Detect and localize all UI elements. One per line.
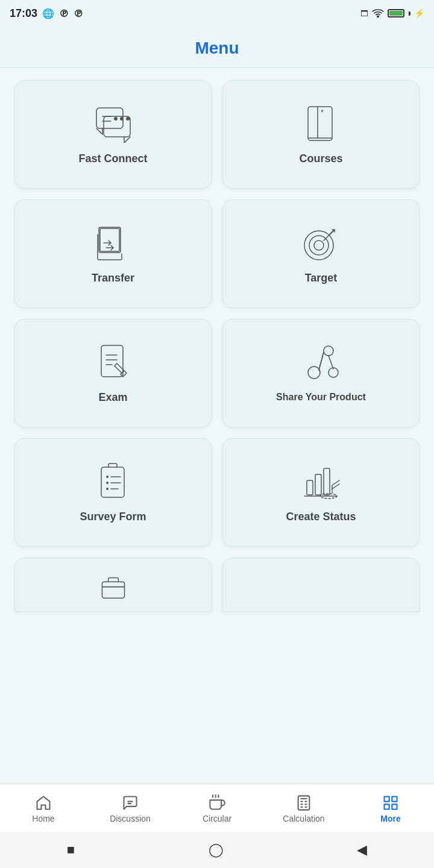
discussion-icon (122, 794, 139, 811)
svg-rect-31 (315, 474, 321, 495)
svg-rect-49 (392, 796, 397, 801)
nav-discussion-label: Discussion (110, 814, 151, 823)
menu-item-partial-left[interactable] (14, 558, 212, 612)
android-recent[interactable]: ◀ (357, 842, 367, 858)
transfer-label: Transfer (92, 272, 134, 285)
svg-point-19 (324, 346, 333, 356)
android-nav: ■ ◯ ◀ (0, 832, 434, 868)
svg-point-28 (106, 488, 108, 490)
svg-rect-23 (101, 467, 124, 497)
svg-rect-15 (101, 345, 123, 377)
nav-calculation[interactable]: Calculation (260, 794, 347, 823)
menu-item-fast-connect[interactable]: Fast Connect (14, 80, 212, 189)
nav-circular-label: Circular (203, 814, 231, 823)
share-product-icon (302, 344, 341, 382)
svg-point-0 (377, 16, 379, 17)
app-icon-3: ℗ (74, 8, 83, 19)
menu-content: Fast Connect Courses Transfer (0, 68, 434, 868)
svg-point-24 (106, 476, 108, 478)
app-icon-2: ℗ (59, 8, 69, 19)
transfer-icon (94, 224, 133, 262)
page-title-section: Menu (0, 27, 434, 68)
battery-tip (409, 11, 410, 16)
share-product-label: Share Your Product (276, 392, 366, 403)
exam-label: Exam (98, 391, 127, 404)
nav-home[interactable]: Home (0, 794, 87, 823)
svg-rect-8 (308, 107, 332, 140)
svg-rect-10 (99, 227, 121, 253)
exam-icon (94, 343, 133, 382)
circular-icon (209, 794, 225, 811)
menu-item-target[interactable]: Target (222, 200, 420, 308)
chart-icon (302, 462, 341, 501)
menu-item-exam[interactable]: Exam (14, 319, 212, 427)
target-icon (302, 224, 341, 262)
partial-left-icon (97, 573, 130, 605)
menu-item-courses[interactable]: Courses (222, 80, 420, 189)
grid-icon (382, 794, 399, 811)
menu-item-survey-form[interactable]: Survey Form (14, 438, 212, 547)
sim-icon: 🗖 (360, 9, 368, 18)
nav-home-label: Home (32, 814, 54, 823)
svg-rect-32 (324, 468, 330, 495)
svg-point-5 (114, 117, 118, 121)
svg-rect-34 (102, 582, 124, 598)
nav-more[interactable]: More (347, 794, 434, 823)
target-label: Target (305, 272, 338, 285)
courses-label: Courses (299, 153, 342, 165)
battery-icon (388, 9, 404, 17)
charging-icon: ⚡ (414, 8, 424, 18)
svg-rect-48 (385, 796, 389, 801)
nav-circular[interactable]: Circular (174, 794, 260, 823)
svg-point-26 (106, 482, 108, 484)
nav-calculation-label: Calculation (283, 814, 324, 823)
book-icon (302, 104, 341, 143)
svg-rect-40 (298, 796, 310, 810)
fast-connect-label: Fast Connect (78, 153, 147, 165)
menu-grid: Fast Connect Courses Transfer (14, 80, 420, 547)
nav-more-label: More (380, 814, 400, 823)
svg-point-7 (126, 117, 130, 121)
menu-item-partial-right[interactable] (222, 558, 420, 612)
status-bar: 17:03 🌐 ℗ ℗ 🗖 ⚡ (0, 0, 434, 27)
app-icon-1: 🌐 (42, 8, 54, 19)
svg-rect-1 (96, 108, 123, 128)
svg-rect-51 (392, 804, 397, 809)
svg-line-22 (319, 352, 324, 370)
menu-item-transfer[interactable]: Transfer (14, 200, 212, 308)
svg-rect-30 (307, 480, 313, 495)
page-title: Menu (0, 39, 434, 58)
svg-rect-50 (385, 804, 389, 809)
wifi-icon (372, 8, 384, 19)
svg-point-20 (308, 366, 320, 379)
create-status-label: Create Status (286, 511, 356, 523)
svg-point-6 (120, 117, 124, 121)
nav-discussion[interactable]: Discussion (87, 794, 174, 823)
home-icon (35, 794, 52, 811)
svg-point-14 (314, 241, 324, 250)
menu-item-share-product[interactable]: Share Your Product (222, 319, 420, 427)
survey-icon (94, 462, 133, 501)
calculation-icon (295, 794, 312, 811)
android-home[interactable]: ◯ (209, 842, 224, 858)
bottom-nav: Home Discussion Circular (0, 784, 434, 832)
status-icons: 🗖 ⚡ (360, 8, 424, 19)
chat-icon (94, 104, 133, 143)
android-back[interactable]: ■ (67, 842, 75, 858)
menu-item-create-status[interactable]: Create Status (222, 438, 420, 547)
time: 17:03 (10, 7, 37, 20)
survey-form-label: Survey Form (80, 511, 146, 523)
